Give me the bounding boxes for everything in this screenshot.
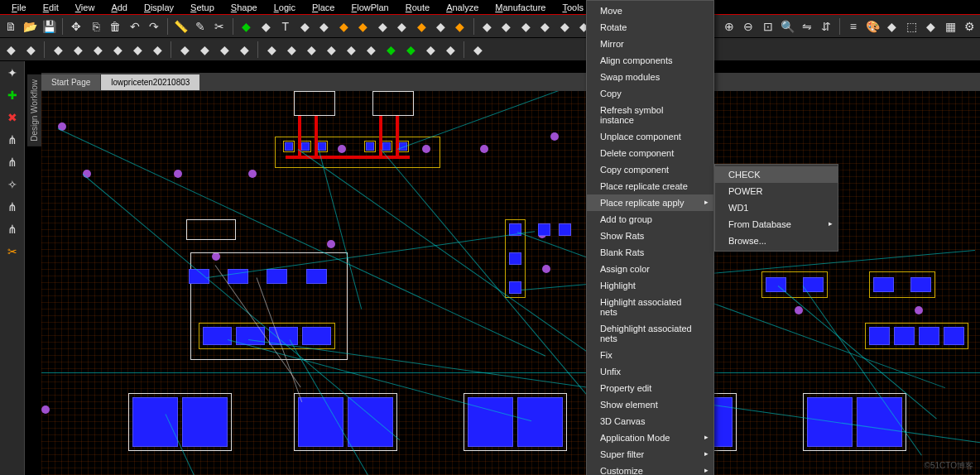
w3-icon[interactable]: ◆: [362, 41, 380, 59]
ctx-place-replicate-apply[interactable]: Place replicate apply: [587, 194, 713, 211]
pattern-icon[interactable]: ◆: [468, 41, 487, 59]
ctx-sub-from-database[interactable]: From Database: [715, 216, 838, 233]
ctx-sub-power[interactable]: POWER: [715, 183, 838, 199]
wf-step5-icon[interactable]: ⋔: [1, 218, 24, 240]
via-icon[interactable]: ◆: [412, 17, 430, 36]
ctx-swap-modules[interactable]: Swap modules: [587, 69, 713, 85]
color-icon[interactable]: ◆: [883, 17, 901, 36]
ctx-align-components[interactable]: Align components: [587, 52, 713, 69]
book-icon[interactable]: ◆: [282, 41, 300, 59]
grid2-icon[interactable]: ◆: [148, 41, 166, 59]
wf-step3-icon[interactable]: ⋔: [1, 151, 24, 173]
seg-icon[interactable]: ◆: [257, 17, 275, 36]
probe-icon[interactable]: ◆: [175, 41, 194, 59]
slash-icon[interactable]: ◆: [556, 17, 574, 36]
zoom-out-icon[interactable]: ⊖: [740, 17, 757, 36]
ruler-icon[interactable]: 📏: [172, 17, 190, 36]
settings-icon[interactable]: ⚙: [961, 17, 978, 36]
folder-open-icon[interactable]: 📂: [21, 17, 38, 36]
gear-icon[interactable]: ◆: [451, 17, 468, 36]
pencil-icon[interactable]: ✎: [191, 17, 209, 36]
star-icon[interactable]: ◆: [432, 17, 449, 36]
swap-icon[interactable]: ◆: [235, 41, 253, 59]
zoom-fit-icon[interactable]: ⊡: [759, 17, 776, 36]
menu-add[interactable]: Add: [103, 1, 136, 14]
cut-icon[interactable]: ✂: [211, 17, 228, 36]
ctx-move[interactable]: Move: [587, 2, 713, 19]
ctx-sub-browse-[interactable]: Browse...: [715, 233, 838, 249]
ctx-copy-component[interactable]: Copy component: [587, 161, 713, 178]
3d-icon[interactable]: ⬚: [902, 17, 920, 36]
report-icon[interactable]: ◆: [922, 17, 939, 36]
chip2-icon[interactable]: ◆: [354, 17, 372, 36]
menu-edit[interactable]: Edit: [35, 1, 67, 14]
ctx-sub-check[interactable]: CHECK: [715, 166, 838, 183]
line-icon[interactable]: ◆: [373, 17, 391, 36]
wf-step4-icon[interactable]: ⋔: [1, 196, 24, 218]
route-icon[interactable]: ◆: [478, 17, 496, 36]
w1-icon[interactable]: ◆: [322, 41, 340, 59]
wf-step2-icon[interactable]: ⋔: [1, 129, 24, 151]
branch-icon[interactable]: ◆: [421, 41, 440, 59]
ctx-super-filter[interactable]: Super filter: [587, 446, 713, 463]
ctx-blank-rats[interactable]: Blank Rats: [587, 244, 713, 261]
ctx-unplace-component[interactable]: Unplace component: [587, 128, 713, 145]
layers-icon[interactable]: ≡: [844, 17, 862, 36]
chip-icon[interactable]: ◆: [334, 17, 352, 36]
wave-icon[interactable]: ◆: [89, 41, 107, 59]
menu-place[interactable]: Place: [304, 1, 343, 14]
zoom-window-icon[interactable]: 🔍: [779, 17, 796, 36]
tab-design[interactable]: lowpriceten20210803: [101, 74, 199, 90]
menu-setup[interactable]: Setup: [182, 1, 223, 14]
spread-icon[interactable]: ◆: [262, 41, 281, 59]
text-icon[interactable]: T: [276, 17, 294, 36]
menu-logic[interactable]: Logic: [266, 1, 304, 14]
save-icon[interactable]: 💾: [41, 17, 58, 36]
ctx-application-mode[interactable]: Application Mode: [587, 429, 713, 446]
trash-icon[interactable]: 🗑: [106, 17, 123, 36]
redo-icon[interactable]: ↷: [145, 17, 162, 36]
ctx-add-to-group[interactable]: Add to group: [587, 211, 713, 228]
ctx-place-replicate-create[interactable]: Place replicate create: [587, 178, 713, 194]
w2-icon[interactable]: ◆: [342, 41, 360, 59]
menu-view[interactable]: View: [67, 1, 103, 14]
ctx-customize[interactable]: Customize: [587, 463, 713, 475]
tune2-icon[interactable]: ◆: [302, 41, 320, 59]
menu-flowplan[interactable]: FlowPlan: [343, 1, 396, 14]
ctx-property-edit[interactable]: Property edit: [587, 380, 713, 396]
ctx-mirror[interactable]: Mirror: [587, 36, 713, 52]
ground-icon[interactable]: ◆: [195, 41, 214, 59]
menu-display[interactable]: Display: [136, 1, 182, 14]
add-via-icon[interactable]: ◆: [382, 41, 400, 59]
wf-step-icon[interactable]: ✦: [1, 62, 24, 84]
ctx-highlight[interactable]: Highlight: [587, 277, 713, 294]
ctx-show-rats[interactable]: Show Rats: [587, 228, 713, 244]
diff-icon[interactable]: ◆: [517, 17, 535, 36]
ctx-refresh-symbol-instance[interactable]: Refresh symbol instance: [587, 102, 713, 128]
flip-v-icon[interactable]: ⇵: [818, 17, 835, 36]
ctx-highlight-associated-nets[interactable]: Highlight associated nets: [587, 294, 713, 320]
menu-shape[interactable]: Shape: [223, 1, 266, 14]
poly-icon[interactable]: ◆: [393, 17, 411, 36]
flip-h-icon[interactable]: ⇋: [798, 17, 815, 36]
ctx-show-element[interactable]: Show element: [587, 396, 713, 413]
table-icon[interactable]: ◆: [128, 41, 147, 59]
conn-icon[interactable]: ◆: [22, 41, 40, 59]
match-icon[interactable]: ◆: [108, 41, 127, 59]
menu-file[interactable]: File: [3, 1, 35, 14]
ctx-assign-color[interactable]: Assign color: [587, 261, 713, 277]
fanout-icon[interactable]: ◆: [497, 17, 515, 36]
zoom-in-icon[interactable]: ⊕: [720, 17, 737, 36]
design-canvas[interactable]: [41, 91, 980, 475]
file-icon[interactable]: 🗎: [2, 17, 19, 36]
drc-icon[interactable]: ◆: [238, 17, 255, 36]
ctx-delete-component[interactable]: Delete component: [587, 145, 713, 161]
rect-select-icon[interactable]: ◆: [2, 41, 20, 59]
ctx-sub-wd1[interactable]: WD1: [715, 199, 838, 216]
board-icon[interactable]: ◆: [315, 17, 333, 36]
wf-misc-icon[interactable]: ✧: [1, 174, 24, 195]
menu-manufacture[interactable]: Manufacture: [487, 1, 554, 14]
tie-icon[interactable]: ◆: [215, 41, 233, 59]
tab-start-page[interactable]: Start Page: [41, 74, 100, 90]
wf-cross-icon[interactable]: ✖: [1, 107, 24, 128]
